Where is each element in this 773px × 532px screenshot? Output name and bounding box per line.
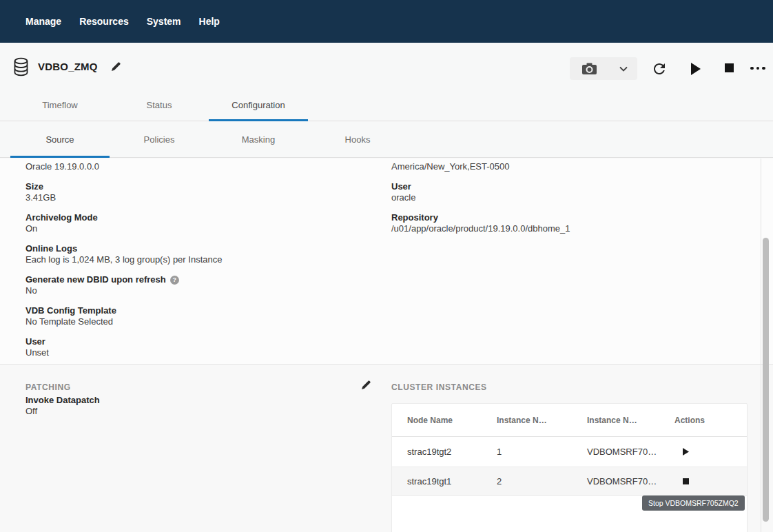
field-value: No Template Selected bbox=[25, 316, 363, 327]
nav-system[interactable]: System bbox=[147, 16, 181, 27]
snapshot-button[interactable] bbox=[570, 57, 637, 80]
edit-patching-icon[interactable] bbox=[361, 380, 371, 390]
field-repository: Repository /u01/app/oracle/product/19.19… bbox=[391, 212, 750, 234]
field-label: VDB Config Template bbox=[25, 305, 363, 316]
field-label: Repository bbox=[391, 212, 750, 223]
stop-icon bbox=[725, 63, 734, 72]
cluster-instances-table: Node Name Instance N… Instance N… Action… bbox=[391, 403, 748, 532]
stop-instance-tooltip: Stop VDBOMSRF705ZMQ2 bbox=[642, 495, 745, 511]
tab-masking[interactable]: Masking bbox=[209, 122, 308, 157]
ellipsis-icon bbox=[750, 67, 754, 70]
start-instance-button[interactable] bbox=[683, 448, 689, 456]
chevron-down-icon[interactable] bbox=[619, 66, 628, 72]
database-icon bbox=[12, 57, 30, 77]
primary-tabs: Timeflow Status Configuration bbox=[0, 90, 773, 121]
column-instance-name: Instance N… bbox=[587, 416, 674, 425]
field-vdb-config-template: VDB Config Template No Template Selected bbox=[25, 305, 363, 327]
field-invoke-datapatch: Invoke Datapatch Off bbox=[25, 395, 100, 417]
table-row: strac19tgt2 1 VDBOMSRF70… bbox=[392, 437, 747, 467]
cluster-instances-section-title: CLUSTER INSTANCES bbox=[391, 382, 487, 392]
scrollbar-thumb[interactable] bbox=[763, 238, 769, 522]
patching-section-title: PATCHING bbox=[25, 382, 71, 392]
cell-instance-number: 1 bbox=[497, 447, 587, 457]
source-configuration-panel: Oracle 19.19.0.0.0 Size 3.41GB Archivelo… bbox=[0, 158, 773, 532]
refresh-button[interactable] bbox=[650, 60, 668, 78]
tab-policies[interactable]: Policies bbox=[110, 122, 209, 157]
tab-source[interactable]: Source bbox=[10, 122, 110, 157]
nav-help[interactable]: Help bbox=[199, 16, 220, 27]
field-value: /u01/app/oracle/product/19.19.0.0/dbhome… bbox=[391, 223, 750, 234]
field-value: Unset bbox=[25, 347, 363, 358]
top-navbar: Manage Resources System Help bbox=[0, 0, 773, 43]
cell-node-name: strac19tgt2 bbox=[407, 447, 497, 457]
page-title: VDBO_ZMQ bbox=[38, 61, 98, 72]
tab-hooks[interactable]: Hooks bbox=[308, 122, 407, 157]
field-value: Off bbox=[25, 406, 100, 417]
field-label: User bbox=[391, 181, 750, 192]
field-generate-new-dbid: Generate new DBID upon refresh ? No bbox=[25, 274, 363, 296]
cell-instance-name: VDBOMSRF70… bbox=[587, 447, 674, 457]
column-actions: Actions bbox=[674, 416, 747, 425]
nav-resources[interactable]: Resources bbox=[79, 16, 129, 27]
nav-manage[interactable]: Manage bbox=[25, 16, 61, 27]
field-value: Each log is 1,024 MB, 3 log group(s) per… bbox=[25, 254, 363, 265]
tab-configuration[interactable]: Configuration bbox=[209, 90, 308, 121]
field-label-text: Generate new DBID upon refresh bbox=[25, 274, 166, 285]
source-details-left-column: Oracle 19.19.0.0.0 Size 3.41GB Archivelo… bbox=[25, 161, 363, 358]
field-value: No bbox=[25, 285, 363, 296]
more-actions-button[interactable] bbox=[748, 65, 767, 72]
help-icon[interactable]: ? bbox=[170, 276, 179, 285]
start-button[interactable] bbox=[688, 62, 702, 76]
secondary-tabs: Source Policies Masking Hooks bbox=[0, 122, 773, 158]
table-header-row: Node Name Instance N… Instance N… Action… bbox=[392, 404, 747, 437]
field-archivelog-mode: Archivelog Mode On bbox=[25, 212, 363, 234]
tab-timeflow[interactable]: Timeflow bbox=[10, 90, 110, 121]
edit-title-icon[interactable] bbox=[111, 61, 121, 72]
column-node-name: Node Name bbox=[407, 416, 497, 425]
column-instance-number: Instance N… bbox=[497, 416, 587, 425]
camera-icon bbox=[582, 63, 597, 74]
field-user-left: User Unset bbox=[25, 336, 363, 358]
cell-node-name: strac19tgt1 bbox=[407, 476, 497, 487]
field-label: Size bbox=[25, 181, 363, 192]
field-online-logs: Online Logs Each log is 1,024 MB, 3 log … bbox=[25, 243, 363, 265]
table-row: strac19tgt1 2 VDBOMSRF70… bbox=[392, 467, 747, 496]
db-version-value: Oracle 19.19.0.0.0 bbox=[25, 161, 363, 172]
cell-actions bbox=[674, 478, 747, 484]
cell-actions bbox=[674, 448, 747, 456]
stop-instance-button[interactable] bbox=[683, 478, 689, 484]
field-value: oracle bbox=[391, 192, 750, 203]
title-bar: VDBO_ZMQ bbox=[0, 43, 773, 90]
cell-instance-number: 2 bbox=[497, 476, 587, 487]
stop-button[interactable] bbox=[724, 63, 734, 72]
field-value: On bbox=[25, 223, 363, 234]
field-label: Online Logs bbox=[25, 243, 363, 254]
field-size: Size 3.41GB bbox=[25, 181, 363, 203]
field-label: User bbox=[25, 336, 363, 347]
tab-status[interactable]: Status bbox=[110, 90, 209, 121]
field-label: Archivelog Mode bbox=[25, 212, 363, 223]
timezone-value: America/New_York,EST-0500 bbox=[391, 161, 750, 172]
source-details-right-column: America/New_York,EST-0500 User oracle Re… bbox=[391, 161, 750, 234]
scrollbar-track-border bbox=[761, 158, 761, 532]
field-label: Generate new DBID upon refresh ? bbox=[25, 274, 363, 285]
field-label: Invoke Datapatch bbox=[25, 395, 100, 406]
field-value: 3.41GB bbox=[25, 192, 363, 203]
cell-instance-name: VDBOMSRF70… bbox=[587, 476, 674, 487]
stop-icon bbox=[683, 478, 689, 484]
field-user-right: User oracle bbox=[391, 181, 750, 203]
